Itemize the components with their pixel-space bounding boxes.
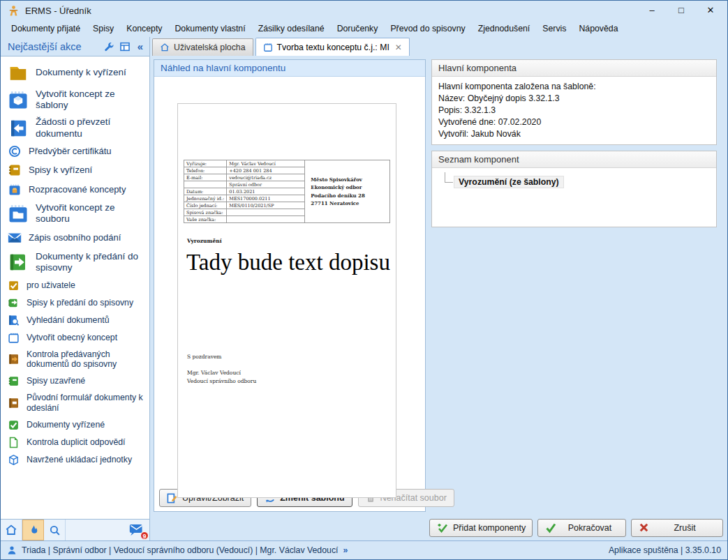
frequent-actions-flame-icon[interactable] [22,520,44,540]
info-line: Vytvořil: Jakub Novák [438,128,710,140]
messages-icon[interactable]: 9 [129,520,144,540]
notebook-arrow-green-icon [7,297,20,309]
bottom-action-bar: Přidat komponenty Pokračovat Zrušit [150,515,727,540]
confirm-check-icon [545,522,556,533]
sidebar-item-zapis-osobniho-podani[interactable]: Zápis osobního podání [1,227,149,248]
close-button[interactable]: ✕ [697,2,725,19]
info-line: Vytvořené dne: 07.02.2020 [438,116,710,128]
continue-button[interactable]: Pokračovat [537,519,626,537]
sidebar-item-vytvorit-koncept-ze-sablony[interactable]: Vytvořit koncept ze šablony [1,86,149,114]
cube-blue-icon [7,454,20,466]
notebook-green-icon [7,375,20,387]
status-user-context: Triada | Správní odbor | Vedoucí správní… [22,545,338,555]
template-cube-icon [7,89,29,110]
menu-dokumenty-vlastni[interactable]: Dokumenty vlastní [168,22,251,36]
sidebar-item-puvodni-formular-dokumenty[interactable]: Původní formulář dokumenty k odeslání [1,390,149,416]
add-components-button[interactable]: Přidat komponenty [429,519,533,537]
menu-prevod-do-spisovny[interactable]: Převod do spisovny [384,22,471,36]
document-green-icon [7,437,20,448]
book-brown-icon [7,397,20,409]
sidebar-item-zadosti-o-prevzeti[interactable]: Žádosti o převzetí dokumentu [1,114,149,142]
component-list-header: Seznam komponent [432,151,716,168]
sidebar-item-vytvorit-obecny-koncept[interactable]: Vytvořit obecný koncept [1,329,149,347]
component-list-panel: Seznam komponent Vyrozumění (ze šablony) [431,151,717,227]
sidebar-item-kontrola-duplicit[interactable]: Kontrola duplicit odpovědí [1,434,149,451]
sidebar-item-label: Vytvořit koncept ze šablony [36,89,147,111]
sidebar: Nejčastější akce « Dokumenty k vyřízení [1,37,150,540]
home-icon[interactable] [1,520,22,540]
sidebar-item-vytvorit-koncept-ze-souboru[interactable]: Vytvořit koncept ze souboru [1,199,149,227]
tab-close-icon[interactable]: ✕ [395,43,402,52]
sidebar-item-label: Spisy k předání do spisovny [27,298,133,308]
menu-napoveda[interactable]: Nápověda [572,22,624,36]
edit-document-icon [167,493,177,504]
sidebar-item-navrzene-ukladaci-jednotky[interactable]: Navržené ukládací jednotky [1,451,149,469]
sidebar-item-label: Navržené ukládací jednotky [27,455,132,465]
sidebar-item-label: Spisy k vyřízení [29,165,92,176]
sidebar-item-pro-uzivatele[interactable]: pro uživatele [1,277,149,294]
sidebar-action-list: Dokumenty k vyřízení Vytvořit koncept ze… [1,56,149,520]
tab-uzivatelska-plocha[interactable]: Uživatelská plocha [152,38,253,56]
sidebar-item-dokumenty-k-predani-do-spisovny[interactable]: Dokumenty k předání do spisovny [1,248,149,276]
sidebar-footer-toolbar: 9 [1,520,149,540]
sidebar-item-rozpracovane-koncepty[interactable]: Rozpracované koncepty [1,180,149,199]
minimize-button[interactable]: – [638,2,666,19]
menu-koncepty[interactable]: Koncepty [120,22,168,36]
sidebar-item-label: Vytvořit obecný koncept [27,333,117,343]
certificate-icon [7,145,22,158]
preview-panel: Náhled na hlavní komponentu Vyřizuje: Mg… [154,59,426,512]
envelope-icon [7,230,22,245]
cancel-x-icon [639,522,649,533]
sidebar-item-label: Kontrola duplicit odpovědí [27,437,126,448]
sidebar-item-spisy-k-predani-do-spisovny[interactable]: Spisy k předání do spisovny [1,294,149,312]
letter-closing: S pozdravem [187,354,221,360]
sidebar-item-spisy-uzavrene[interactable]: Spisy uzavřené [1,372,149,390]
panel-layout-icon[interactable] [119,41,131,52]
sidebar-header: Nejčastější akce « [1,37,149,56]
main-component-info: Hlavní komponenta založena na šabloně: N… [432,77,716,144]
status-bar: Triada | Správní odbor | Vedoucí správní… [1,540,727,559]
book-search-icon [7,315,20,326]
main-component-panel: Hlavní komponenta Hlavní komponenta zalo… [431,59,717,145]
menu-zasilky-odesilane[interactable]: Zásilky odesílané [252,22,331,36]
sidebar-item-label: Dokumenty k předání do spisovny [36,251,147,273]
user-icon [7,545,17,555]
info-line: Název: Obyčejný dopis 3.32.1.3 [438,93,710,105]
preview-panel-header: Náhled na hlavní komponentu [154,60,425,77]
sidebar-item-dokumenty-k-vyrizeni[interactable]: Dokumenty k vyřízení [1,59,149,86]
notepad-box-icon [7,183,22,197]
sidebar-item-dokumenty-vyrizene[interactable]: Dokumenty vyřízené [1,416,149,434]
signer-role: Vedoucí správního odboru [187,377,256,386]
menu-spisy[interactable]: Spisy [87,22,120,36]
tab-tvorba-textu-konceptu[interactable]: Tvorba textu konceptu č.j.: MI ✕ [255,38,410,56]
notepad-folder-icon [7,203,29,224]
sidebar-item-spisy-k-vyrizeni[interactable]: Spisy k vyřízení [1,160,149,180]
maximize-button[interactable]: □ [667,2,695,19]
book-arrow-left-icon [7,118,29,139]
menu-dorucenky[interactable]: Doručenky [331,22,385,36]
menu-servis[interactable]: Servis [536,22,572,36]
search-icon[interactable] [44,520,66,540]
sidebar-item-label: Spisy uzavřené [27,376,85,386]
sidebar-item-vyhledani-dokumentu[interactable]: Vyhledání dokumentů [1,312,149,329]
menu-dokumenty-prijate[interactable]: Dokumenty přijaté [5,22,87,36]
sidebar-collapse-button[interactable]: « [135,40,145,52]
info-line: Popis: 3.32.1.3 [438,105,710,116]
sidebar-item-label: Dokumenty vyřízené [27,420,105,430]
sidebar-item-predvyber-certifikatu[interactable]: Předvýběr certifikátu [1,142,149,160]
letter-address-block: Město Spisovkářov Ekonomický odbor Podac… [305,160,390,223]
sidebar-item-label: pro uživatele [27,280,75,291]
sidebar-item-kontrola-predavanych-dokumentu[interactable]: Kontrola předávaných dokumentů do spisov… [1,347,149,373]
signer-name: Mgr. Václav Vedoucí [187,369,256,377]
status-more-chevron[interactable]: » [343,545,348,555]
wrench-icon[interactable] [103,41,114,52]
notepad-outline-icon [7,332,20,344]
menu-zjednoduseni[interactable]: Zjednodušení [472,22,537,36]
notepad-tab-icon [263,43,273,52]
main-row: Nejčastější akce « Dokumenty k vyřízení [1,37,727,540]
main-component-header: Hlavní komponenta [432,60,716,77]
cancel-button[interactable]: Zrušit [631,519,723,537]
add-check-icon [437,522,448,533]
sidebar-item-label: Kontrola předávaných dokumentů do spisov… [27,349,147,370]
component-tree-item[interactable]: Vyrozumění (ze šablony) [454,176,564,188]
